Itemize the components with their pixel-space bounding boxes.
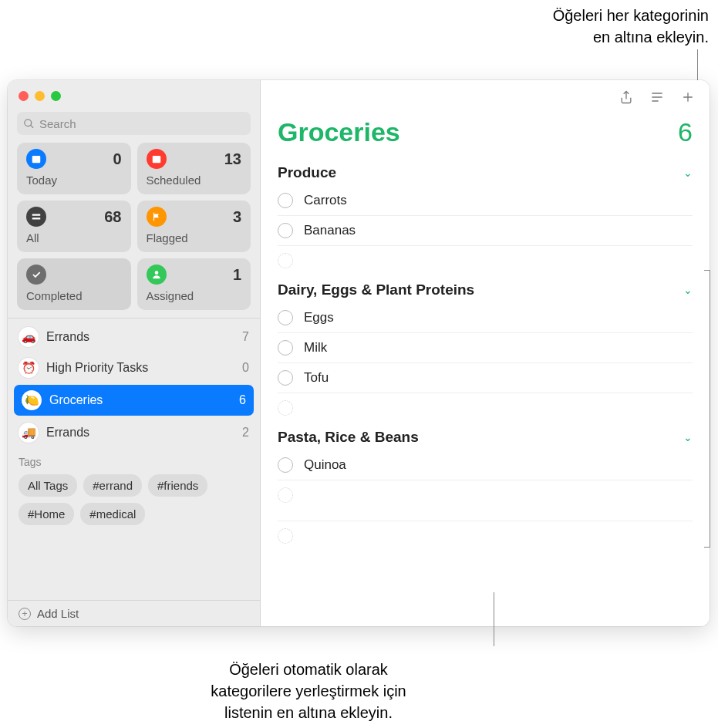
list-row-errands[interactable]: 🚗Errands 7 xyxy=(8,322,260,352)
list-view-icon[interactable] xyxy=(649,89,665,105)
complete-toggle[interactable] xyxy=(278,310,293,325)
list-name: Errands xyxy=(46,426,89,440)
svg-point-2 xyxy=(154,271,158,275)
reminder-item[interactable]: Carrots xyxy=(278,186,693,216)
placeholder-circle-icon xyxy=(278,528,293,544)
uncategorized-add-row xyxy=(261,521,710,551)
complete-toggle[interactable] xyxy=(278,193,293,208)
smart-completed[interactable]: Completed xyxy=(17,258,131,310)
flag-icon xyxy=(147,207,167,227)
zoom-window-button[interactable] xyxy=(51,91,61,101)
add-item-placeholder[interactable] xyxy=(278,393,693,423)
reminder-item[interactable]: Eggs xyxy=(278,303,693,333)
tags-section: Tags All Tags #errand #friends #Home #me… xyxy=(8,448,260,528)
tag-all[interactable]: All Tags xyxy=(19,474,77,497)
callout-leader-line xyxy=(494,592,494,646)
item-text: Carrots xyxy=(304,193,347,208)
calendar-today-icon xyxy=(26,149,46,169)
smart-assigned[interactable]: 1 Assigned xyxy=(137,258,251,310)
complete-toggle[interactable] xyxy=(278,340,293,356)
placeholder-circle-icon xyxy=(278,400,293,416)
main-content: Groceries 6 Produce ⌄ Carrots Bananas Da… xyxy=(261,80,710,626)
smart-scheduled-label: Scheduled xyxy=(147,174,242,187)
reminder-item[interactable]: Bananas xyxy=(278,216,693,246)
callout-bracket xyxy=(704,270,710,548)
add-list-button[interactable]: + Add List xyxy=(8,600,260,626)
placeholder-circle-icon xyxy=(278,253,293,268)
section-dairy: Dairy, Eggs & Plant Proteins ⌄ Eggs Milk… xyxy=(261,275,710,423)
smart-all-count: 68 xyxy=(104,208,121,226)
svg-rect-0 xyxy=(32,156,41,163)
callout-leader-line xyxy=(697,49,698,80)
list-row-errands-2[interactable]: 🚚Errands 2 xyxy=(8,417,260,448)
smart-flagged[interactable]: 3 Flagged xyxy=(137,201,251,252)
sidebar: Search 0 Today 13 Scheduled 68 All 3 Fla… xyxy=(8,80,261,626)
list-name: Groceries xyxy=(49,393,103,407)
search-placeholder: Search xyxy=(39,117,76,130)
checkmark-icon xyxy=(26,265,46,285)
section-title: Produce xyxy=(278,164,336,181)
calendar-icon xyxy=(147,149,167,169)
chevron-down-icon[interactable]: ⌄ xyxy=(683,284,693,296)
add-list-label: Add List xyxy=(37,607,79,620)
tag-medical[interactable]: #medical xyxy=(80,503,145,525)
list-count: 6 xyxy=(239,393,246,407)
smart-scheduled[interactable]: 13 Scheduled xyxy=(137,143,251,194)
my-lists: 🚗Errands 7 ⏰High Priority Tasks 0 🍋Groce… xyxy=(8,318,260,600)
list-row-groceries[interactable]: 🍋Groceries 6 xyxy=(14,385,254,416)
reminder-item[interactable]: Milk xyxy=(278,333,693,363)
section-produce: Produce ⌄ Carrots Bananas xyxy=(261,158,710,275)
smart-lists-grid: 0 Today 13 Scheduled 68 All 3 Flagged Co… xyxy=(8,143,260,318)
item-text: Milk xyxy=(304,340,327,356)
smart-all[interactable]: 68 All xyxy=(17,201,131,252)
smart-completed-label: Completed xyxy=(26,289,122,302)
reminder-item[interactable]: Tofu xyxy=(278,363,693,393)
tag-errand[interactable]: #errand xyxy=(83,474,142,497)
smart-assigned-label: Assigned xyxy=(147,289,242,302)
smart-assigned-count: 1 xyxy=(233,266,241,284)
complete-toggle[interactable] xyxy=(278,370,293,386)
list-title: Groceries xyxy=(278,117,400,147)
section-header[interactable]: Dairy, Eggs & Plant Proteins ⌄ xyxy=(278,275,693,303)
smart-today[interactable]: 0 Today xyxy=(17,143,131,194)
complete-toggle[interactable] xyxy=(278,223,293,238)
list-count: 7 xyxy=(242,330,249,344)
tag-home[interactable]: #Home xyxy=(19,503,74,525)
add-item-bottom-placeholder[interactable] xyxy=(278,521,693,551)
tag-friends[interactable]: #friends xyxy=(148,474,207,497)
list-name: High Priority Tasks xyxy=(46,361,148,375)
list-icon: ⏰ xyxy=(19,358,39,378)
chevron-down-icon[interactable]: ⌄ xyxy=(683,167,693,179)
list-count: 0 xyxy=(242,361,249,375)
add-item-placeholder[interactable] xyxy=(278,480,693,510)
complete-toggle[interactable] xyxy=(278,457,293,473)
add-item-icon[interactable] xyxy=(680,89,696,105)
section-title: Dairy, Eggs & Plant Proteins xyxy=(278,281,474,298)
item-text: Eggs xyxy=(304,310,334,325)
section-header[interactable]: Produce ⌄ xyxy=(278,158,693,186)
list-icon: 🚗 xyxy=(19,327,39,347)
chevron-down-icon[interactable]: ⌄ xyxy=(683,431,693,443)
list-icon: 🚚 xyxy=(19,423,39,443)
minimize-window-button[interactable] xyxy=(35,91,45,101)
window-controls xyxy=(8,80,260,107)
smart-flagged-count: 3 xyxy=(233,208,241,226)
add-item-placeholder[interactable] xyxy=(278,246,693,275)
tags-heading: Tags xyxy=(19,456,249,468)
reminder-item[interactable]: Quinoa xyxy=(278,450,693,480)
callout-bottom: Öğeleri otomatik olarak kategorilere yer… xyxy=(170,659,447,723)
list-name: Errands xyxy=(46,330,89,344)
smart-today-count: 0 xyxy=(113,150,121,168)
svg-rect-1 xyxy=(152,156,160,163)
close-window-button[interactable] xyxy=(19,91,29,101)
section-header[interactable]: Pasta, Rice & Beans ⌄ xyxy=(278,423,693,450)
list-row-high-priority[interactable]: ⏰High Priority Tasks 0 xyxy=(8,352,260,383)
list-total-count: 6 xyxy=(678,117,693,147)
plus-icon: + xyxy=(19,608,31,620)
share-icon[interactable] xyxy=(619,89,634,105)
smart-today-label: Today xyxy=(26,174,122,187)
search-input[interactable]: Search xyxy=(17,112,251,135)
smart-all-label: All xyxy=(26,231,122,244)
section-pasta: Pasta, Rice & Beans ⌄ Quinoa xyxy=(261,423,710,510)
item-text: Tofu xyxy=(304,370,329,386)
